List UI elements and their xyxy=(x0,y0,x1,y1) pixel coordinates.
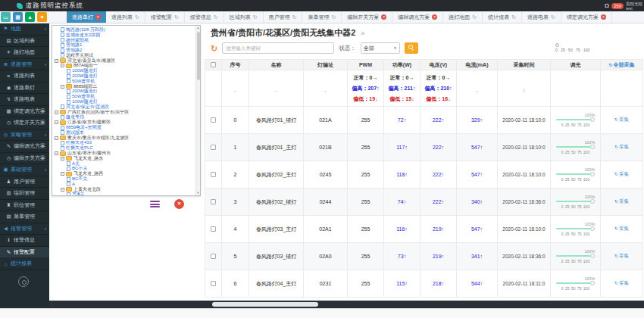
tree-node[interactable]: BC不关 xyxy=(54,176,194,182)
dim-handle[interactable] xyxy=(590,199,595,204)
close-icon[interactable]: × xyxy=(432,14,437,20)
tab-报警信息[interactable]: 报警信息↻ xyxy=(185,11,224,23)
row-collect-link[interactable]: ↻采集 xyxy=(614,253,629,258)
refresh-icon[interactable]: ↻ xyxy=(253,14,258,20)
search-button[interactable] xyxy=(405,42,418,54)
collapse-toggle-icon[interactable]: − xyxy=(61,172,64,176)
row-checkbox[interactable] xyxy=(211,281,216,286)
tree-node[interactable]: 管地路2 xyxy=(54,48,194,53)
refresh-icon[interactable]: ↻ xyxy=(331,14,336,20)
tree-scrollbar[interactable]: ▲ ▼ xyxy=(195,26,200,195)
row-collect-link[interactable]: ↻采集 xyxy=(614,171,629,176)
sidebar-item-统计报表[interactable]: ⌂统计报表 xyxy=(0,258,49,270)
row-checkbox[interactable] xyxy=(211,254,216,259)
tree-close-button[interactable]: × xyxy=(174,199,184,209)
grid-button[interactable]: ▦ xyxy=(13,12,23,22)
tree-node[interactable]: 隧道专用 xyxy=(54,115,194,120)
horizontal-scroll-thumb[interactable] xyxy=(212,302,318,307)
sidebar-item-绑定开关方案[interactable]: ◷绑定开关方案 xyxy=(0,117,49,129)
dim-slider[interactable]: 100%0 25 50 75 100 xyxy=(555,276,596,291)
row-collect-link[interactable]: ↻采集 xyxy=(614,198,629,204)
collapse-toggle-icon[interactable]: − xyxy=(61,85,64,89)
tree-node[interactable]: 扬州紫阳苑 xyxy=(54,38,194,43)
tree-node[interactable]: −河北省/秦皇岛市/海港区 xyxy=(54,58,194,64)
sidebar-collapse-button[interactable] xyxy=(18,276,29,287)
refresh-icon[interactable]: ↻ xyxy=(472,14,477,20)
tree-node[interactable]: −上黄大道北段 xyxy=(54,187,194,192)
scroll-up-icon[interactable]: ▲ xyxy=(196,26,200,30)
tab-统计报表[interactable]: 统计报表↻ xyxy=(483,11,522,23)
tree-node[interactable]: 50W皮带机 xyxy=(54,79,194,84)
minimize-button[interactable]: ▭ xyxy=(1,12,11,22)
refresh-icon[interactable]: ↻ xyxy=(292,14,297,20)
sidebar-group-地图[interactable]: ⚑地图∨ xyxy=(0,23,49,36)
tab-道路电表[interactable]: 道路电表↻ xyxy=(522,11,561,23)
dim-handle[interactable] xyxy=(590,226,595,231)
favorite-button[interactable]: ♥ xyxy=(37,12,47,22)
collapse-toggle-icon[interactable]: − xyxy=(61,157,64,161)
tree-node[interactable]: 管地路1 xyxy=(54,42,194,48)
dim-legend-handle[interactable] xyxy=(555,43,559,47)
tree-node[interactable]: A xyxy=(54,182,194,187)
row-checkbox[interactable] xyxy=(211,172,216,177)
tab-绑定调光方案[interactable]: 绑定调光方案× xyxy=(561,11,612,23)
scroll-down-icon[interactable]: ▼ xyxy=(196,191,200,195)
sidebar-group-报警管理[interactable]: ◀报警管理∨ xyxy=(0,223,49,235)
sidebar-group-道路管理[interactable]: ≣道路管理∨ xyxy=(0,59,49,71)
dim-handle[interactable] xyxy=(590,281,595,285)
tab-区域列表[interactable]: 区域列表↻ xyxy=(224,11,264,23)
sidebar-item-报警配置[interactable]: ✎报警配置 xyxy=(0,247,49,259)
select-all-checkbox[interactable] xyxy=(211,62,216,67)
refresh-icon[interactable]: ↻ xyxy=(174,14,179,20)
row-checkbox[interactable] xyxy=(211,226,216,232)
tree-node[interactable]: −887A端部一 xyxy=(54,64,194,69)
tree-node[interactable]: 100W隧道灯 xyxy=(54,68,194,73)
collapse-toggle-icon[interactable]: − xyxy=(55,111,58,114)
sidebar-item-组织管理[interactable]: ▥组织管理 xyxy=(0,188,49,200)
sidebar-item-用户管理[interactable]: ♟用户管理 xyxy=(0,176,49,189)
dim-slider[interactable]: 100%0 25 50 75 100 xyxy=(555,249,596,263)
collapse-toggle-icon[interactable]: − xyxy=(55,59,58,63)
scroll-thumb[interactable] xyxy=(197,32,200,80)
sidebar-item-道路电表[interactable]: ↯道路电表 xyxy=(0,94,49,106)
status-select[interactable]: 全部 ▼ xyxy=(361,42,400,54)
tree-node[interactable]: 梅西路(328-万郎段) xyxy=(54,27,194,33)
tree-node[interactable]: 测试版本 xyxy=(54,130,194,136)
tree-node[interactable]: −江苏省/南京市/建邺区 xyxy=(54,120,194,125)
horizontal-scrollbar[interactable] xyxy=(49,301,644,308)
collapse-toggle-icon[interactable]: − xyxy=(55,120,58,124)
refresh-icon[interactable]: ↻ xyxy=(551,14,555,20)
tree-node[interactable]: −广西壮族自治区/南宁市/兴宁区 xyxy=(54,110,194,115)
close-icon[interactable]: × xyxy=(381,14,386,20)
tab-报警配置[interactable]: 报警配置↻ xyxy=(145,11,185,23)
notification-badge[interactable]: 250 xyxy=(611,3,624,9)
tab-菜单管理[interactable]: 菜单管理↻ xyxy=(302,11,342,23)
row-checkbox[interactable] xyxy=(211,117,216,123)
close-icon[interactable]: × xyxy=(601,14,606,20)
tab-编辑调光方案[interactable]: 编辑调光方案× xyxy=(392,11,443,23)
refresh-icon[interactable]: ↻ xyxy=(135,14,139,20)
row-collect-link[interactable]: ↻采集 xyxy=(614,117,629,122)
tab-道路列表[interactable]: 道路列表↻ xyxy=(106,11,145,23)
bell-icon[interactable]: Ω xyxy=(605,0,609,11)
tree-node[interactable]: 8859电表+光照度 xyxy=(54,125,194,130)
tree-node[interactable]: −重庆市/重庆市市辖区/九龙坡区 xyxy=(54,136,194,141)
search-input[interactable] xyxy=(222,42,334,54)
sidebar-item-编辑开关方案[interactable]: ◷编辑开关方案 xyxy=(0,153,49,165)
dim-slider[interactable]: 100%0 25 50 75 100 xyxy=(555,140,596,154)
sidebar-item-道路列表[interactable]: ≡道路列表 xyxy=(0,70,49,83)
dim-handle[interactable] xyxy=(590,254,595,258)
collapse-toggle-icon[interactable]: − xyxy=(61,64,64,67)
tree-node[interactable]: 远程开关测试 xyxy=(54,53,194,58)
sidebar-item-路灯地图[interactable]: ✈路灯地图 xyxy=(0,47,49,59)
sidebar-item-菜单管理[interactable]: ▤菜单管理 xyxy=(0,211,49,223)
tree-node[interactable]: −飞龙大道_路东 xyxy=(54,156,194,161)
user-info[interactable]: 贵阳光陆 test xyxy=(626,2,642,11)
tree-node[interactable]: A关 xyxy=(54,161,194,167)
tree-node[interactable]: −山东省/枣庄市/滕州市 xyxy=(54,151,194,156)
dim-slider[interactable]: 100%0 25 50 75 100 xyxy=(555,167,596,182)
collapse-toggle-icon[interactable]: − xyxy=(55,151,58,155)
tree-node[interactable]: 200W隧道灯 xyxy=(54,89,194,95)
tree-node[interactable]: 50W皮带机 xyxy=(54,94,194,99)
close-icon[interactable]: × xyxy=(95,14,101,20)
